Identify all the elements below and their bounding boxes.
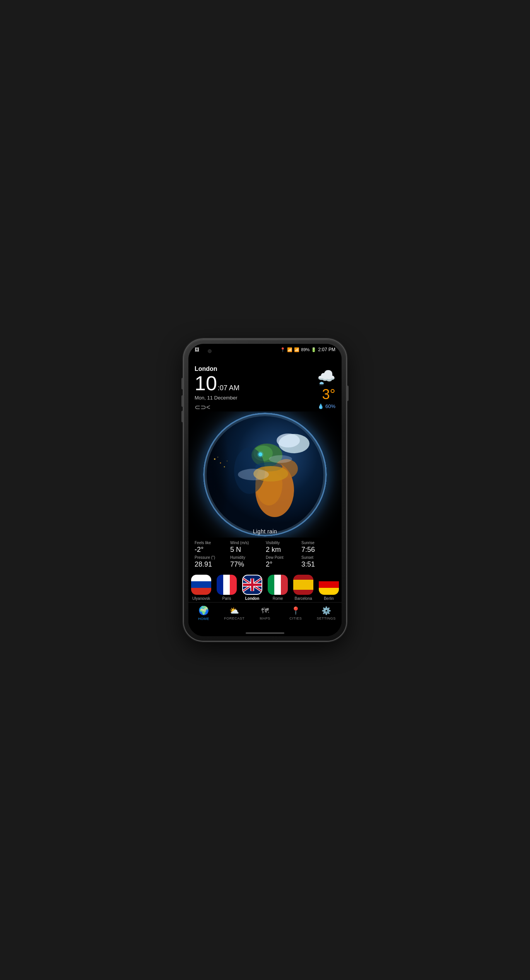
app-content: 🖼 📍 📶 📶 89% 🔋 2:07 PM London (188, 344, 342, 636)
share-icon[interactable]: ⊂⊃< (195, 403, 239, 411)
svg-point-13 (238, 469, 269, 480)
globe (203, 413, 327, 536)
forecast-icon: ⛅ (229, 606, 239, 615)
cities-icon: 📍 (291, 606, 301, 615)
stat-wind: Wind (m/s) 5 N (230, 541, 264, 554)
bottom-nav: 🌍 HOME ⛅ FORECAST 🗺 MAPS 📍 CITIES (188, 602, 342, 627)
svg-point-22 (257, 451, 263, 458)
city-item-barcelona[interactable]: Barcelona (292, 575, 315, 601)
weather-header: London 10 :07 AM Mon, 11 December ⊂⊃< ☁️… (188, 354, 342, 411)
home-icon: 🌍 (198, 606, 209, 616)
temperature: 3° (317, 386, 335, 403)
nav-item-settings[interactable]: ⚙️ SETTINGS (315, 606, 338, 620)
nav-item-home[interactable]: 🌍 HOME (192, 606, 215, 621)
stat-feels-like: Feels like -2° (195, 541, 229, 554)
nav-label-home: HOME (198, 617, 209, 621)
nav-label-cities: CITIES (289, 616, 302, 620)
status-bar: 🖼 📍 📶 📶 89% 🔋 2:07 PM (188, 344, 342, 354)
stat-humidity-label: Humidity (230, 555, 264, 560)
stat-feels-like-label: Feels like (195, 541, 229, 545)
city-flag-barcelona (293, 575, 313, 595)
stat-visibility-label: Visibility (266, 541, 300, 545)
home-indicator (188, 627, 342, 636)
nav-label-maps: MAPS (260, 616, 270, 620)
weather-condition-icon: ☁️ 🌧 (317, 365, 335, 385)
nav-label-settings: SETTINGS (317, 616, 336, 620)
weather-stats: Feels like -2° Wind (m/s) 5 N Visibility… (188, 538, 342, 572)
city-item-berlin[interactable]: Berlin (318, 575, 340, 601)
status-left: 🖼 (195, 347, 199, 352)
location-time: London 10 :07 AM Mon, 11 December ⊂⊃< (195, 365, 239, 411)
weather-condition-label: Light rain (253, 528, 277, 534)
city-flag-berlin (319, 575, 339, 595)
stat-feels-like-value: -2° (195, 546, 229, 554)
signal-icon: 📶 (294, 347, 299, 352)
phone-frame: 🖼 📍 📶 📶 89% 🔋 2:07 PM London (184, 339, 346, 641)
settings-icon: ⚙️ (321, 606, 331, 615)
city-selector: ★ Ulyanovsk Paris (188, 572, 342, 602)
battery-icon: 🔋 (311, 347, 316, 352)
stat-sunset-label: Sunset (301, 555, 335, 560)
city-flag-london (242, 575, 262, 595)
city-item-paris[interactable]: Paris (215, 575, 238, 601)
svg-point-19 (224, 466, 225, 468)
precipitation-chance: 💧 60% (317, 403, 335, 409)
city-star-ulyanovsk: ★ (193, 576, 196, 580)
nav-item-forecast[interactable]: ⛅ FORECAST (223, 606, 246, 620)
city-item-rome[interactable]: Rome (267, 575, 289, 601)
clock-time: 2:07 PM (318, 347, 335, 352)
stat-humidity-value: 77% (230, 560, 264, 569)
city-flag-paris (217, 575, 237, 595)
nav-label-forecast: FORECAST (224, 616, 244, 620)
city-name-rome: Rome (273, 596, 283, 601)
stat-pressure: Pressure (") 28.91 (195, 555, 229, 569)
svg-point-17 (220, 463, 221, 464)
stat-sunrise: Sunrise 7:56 (301, 541, 335, 554)
svg-point-16 (214, 458, 215, 460)
stat-wind-label: Wind (m/s) (230, 541, 264, 545)
stat-pressure-value: 28.91 (195, 560, 229, 569)
stat-sunset: Sunset 3:51 (301, 555, 335, 569)
globe-container[interactable]: Light rain (188, 411, 342, 538)
city-flag-ulyanovsk: ★ (191, 575, 211, 595)
stat-sunset-value: 3:51 (301, 560, 335, 569)
city-item-ulyanovsk[interactable]: ★ Ulyanovsk (190, 575, 212, 601)
city-name: London (195, 365, 239, 372)
time-hour: 10 (195, 373, 217, 393)
city-name-paris: Paris (222, 596, 231, 601)
stat-dew-point: Dew Point 2° (266, 555, 300, 569)
nav-item-cities[interactable]: 📍 CITIES (284, 606, 307, 620)
city-item-london[interactable]: London (241, 575, 263, 601)
time-minute-ampm: :07 AM (218, 384, 239, 392)
svg-point-20 (227, 461, 227, 461)
stat-dew-point-value: 2° (266, 560, 300, 569)
location-icon: 📍 (280, 347, 286, 352)
wifi-icon: 📶 (287, 347, 292, 352)
battery-percentage: 89% (301, 347, 309, 352)
stat-visibility: Visibility 2 km (266, 541, 300, 554)
city-name-london: London (245, 596, 260, 601)
phone-screen: 🖼 📍 📶 📶 89% 🔋 2:07 PM London (188, 344, 342, 636)
stat-wind-value: 5 N (230, 546, 264, 554)
stat-dew-point-label: Dew Point (266, 555, 300, 560)
status-right: 📍 📶 📶 89% 🔋 2:07 PM (280, 347, 335, 352)
city-name-berlin: Berlin (324, 596, 334, 601)
globe-svg (203, 413, 327, 536)
stat-sunrise-label: Sunrise (301, 541, 335, 545)
city-flag-rome (268, 575, 288, 595)
maps-icon: 🗺 (261, 606, 269, 615)
city-name-ulyanovsk: Ulyanovsk (192, 596, 210, 601)
stat-pressure-label: Pressure (") (195, 555, 229, 560)
stat-visibility-value: 2 km (266, 546, 300, 554)
stat-sunrise-value: 7:56 (301, 546, 335, 554)
svg-point-18 (217, 457, 218, 458)
nav-item-maps[interactable]: 🗺 MAPS (253, 606, 277, 620)
svg-point-8 (277, 434, 300, 447)
svg-rect-15 (203, 413, 234, 536)
svg-point-14 (269, 455, 292, 463)
date-display: Mon, 11 December (195, 395, 239, 401)
widget-icon: 🖼 (195, 347, 199, 352)
city-name-barcelona: Barcelona (294, 596, 312, 601)
weather-right: ☁️ 🌧 3° 💧 60% (317, 365, 335, 409)
time-display: 10 :07 AM (195, 373, 239, 393)
